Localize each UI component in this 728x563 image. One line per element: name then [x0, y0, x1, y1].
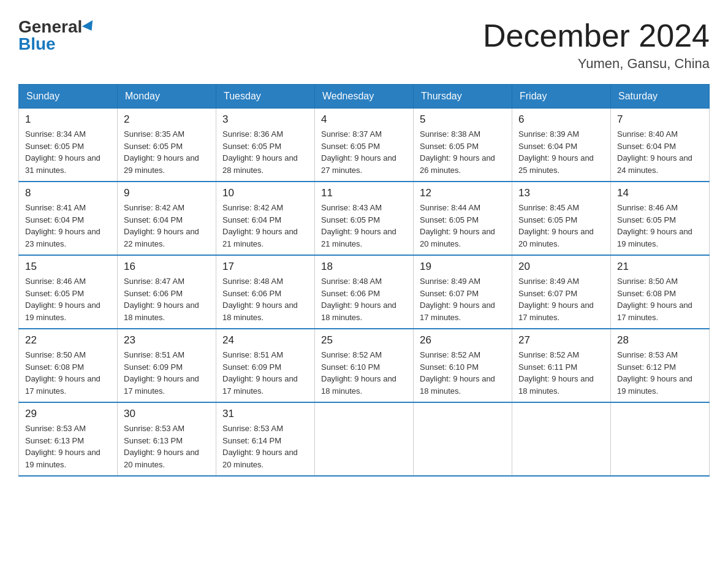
calendar-day-cell: 18 Sunrise: 8:48 AM Sunset: 6:06 PM Dayl…: [315, 255, 414, 329]
day-number: 29: [25, 408, 111, 420]
calendar-day-cell: 25 Sunrise: 8:52 AM Sunset: 6:10 PM Dayl…: [315, 329, 414, 402]
col-header-wednesday: Wednesday: [315, 85, 414, 109]
day-number: 31: [222, 408, 308, 420]
calendar-day-cell: 24 Sunrise: 8:51 AM Sunset: 6:09 PM Dayl…: [216, 329, 315, 402]
calendar-day-cell: 26 Sunrise: 8:52 AM Sunset: 6:10 PM Dayl…: [414, 329, 512, 402]
calendar-day-cell: 3 Sunrise: 8:36 AM Sunset: 6:05 PM Dayli…: [216, 109, 315, 182]
day-info: Sunrise: 8:41 AM Sunset: 6:04 PM Dayligh…: [25, 202, 111, 250]
month-title: December 2024: [483, 18, 710, 53]
day-number: 18: [321, 261, 407, 273]
day-number: 28: [617, 334, 703, 347]
day-info: Sunrise: 8:51 AM Sunset: 6:09 PM Dayligh…: [124, 349, 210, 397]
day-info: Sunrise: 8:53 AM Sunset: 6:12 PM Dayligh…: [617, 349, 703, 397]
day-info: Sunrise: 8:43 AM Sunset: 6:05 PM Dayligh…: [321, 202, 407, 250]
day-info: Sunrise: 8:49 AM Sunset: 6:07 PM Dayligh…: [518, 275, 604, 323]
calendar-week-row: 22 Sunrise: 8:50 AM Sunset: 6:08 PM Dayl…: [19, 329, 710, 402]
day-number: 17: [222, 261, 308, 273]
calendar-day-cell: 20 Sunrise: 8:49 AM Sunset: 6:07 PM Dayl…: [512, 255, 611, 329]
day-number: 2: [124, 113, 210, 126]
calendar-day-cell: 12 Sunrise: 8:44 AM Sunset: 6:05 PM Dayl…: [414, 182, 512, 255]
day-info: Sunrise: 8:53 AM Sunset: 6:13 PM Dayligh…: [25, 423, 111, 470]
logo-blue: Blue: [18, 36, 56, 53]
calendar-day-cell: 11 Sunrise: 8:43 AM Sunset: 6:05 PM Dayl…: [315, 182, 414, 255]
calendar-day-cell: 23 Sunrise: 8:51 AM Sunset: 6:09 PM Dayl…: [118, 329, 216, 402]
calendar-day-cell: 8 Sunrise: 8:41 AM Sunset: 6:04 PM Dayli…: [19, 182, 118, 255]
day-number: 3: [222, 113, 308, 126]
day-info: Sunrise: 8:39 AM Sunset: 6:04 PM Dayligh…: [518, 128, 604, 176]
day-number: 8: [25, 187, 111, 199]
day-info: Sunrise: 8:48 AM Sunset: 6:06 PM Dayligh…: [321, 275, 407, 323]
calendar-day-cell: 19 Sunrise: 8:49 AM Sunset: 6:07 PM Dayl…: [414, 255, 512, 329]
day-info: Sunrise: 8:44 AM Sunset: 6:05 PM Dayligh…: [420, 202, 506, 250]
day-number: 26: [420, 334, 506, 347]
calendar-day-cell: 6 Sunrise: 8:39 AM Sunset: 6:04 PM Dayli…: [512, 109, 611, 182]
calendar-day-cell: 9 Sunrise: 8:42 AM Sunset: 6:04 PM Dayli…: [118, 182, 216, 255]
day-number: 4: [321, 113, 407, 126]
col-header-saturday: Saturday: [611, 85, 710, 109]
day-info: Sunrise: 8:38 AM Sunset: 6:05 PM Dayligh…: [420, 128, 506, 176]
day-number: 15: [25, 261, 111, 273]
day-number: 6: [518, 113, 604, 126]
day-number: 7: [617, 113, 703, 126]
day-info: Sunrise: 8:50 AM Sunset: 6:08 PM Dayligh…: [617, 275, 703, 323]
calendar-day-cell: 31 Sunrise: 8:53 AM Sunset: 6:14 PM Dayl…: [216, 402, 315, 476]
col-header-sunday: Sunday: [19, 85, 118, 109]
day-number: 22: [25, 334, 111, 347]
day-number: 1: [25, 113, 111, 126]
day-info: Sunrise: 8:52 AM Sunset: 6:11 PM Dayligh…: [518, 349, 604, 397]
logo-triangle-icon: [82, 20, 97, 34]
calendar-day-cell: 17 Sunrise: 8:48 AM Sunset: 6:06 PM Dayl…: [216, 255, 315, 329]
day-number: 25: [321, 334, 407, 347]
col-header-thursday: Thursday: [414, 85, 512, 109]
day-number: 9: [124, 187, 210, 199]
day-number: 14: [617, 187, 703, 199]
calendar-day-cell: 4 Sunrise: 8:37 AM Sunset: 6:05 PM Dayli…: [315, 109, 414, 182]
calendar-week-row: 15 Sunrise: 8:46 AM Sunset: 6:05 PM Dayl…: [19, 255, 710, 329]
calendar-day-cell: 16 Sunrise: 8:47 AM Sunset: 6:06 PM Dayl…: [118, 255, 216, 329]
day-number: 27: [518, 334, 604, 347]
day-info: Sunrise: 8:51 AM Sunset: 6:09 PM Dayligh…: [222, 349, 308, 397]
day-number: 11: [321, 187, 407, 199]
day-number: 10: [222, 187, 308, 199]
col-header-monday: Monday: [118, 85, 216, 109]
day-info: Sunrise: 8:53 AM Sunset: 6:14 PM Dayligh…: [222, 423, 308, 470]
calendar-week-row: 29 Sunrise: 8:53 AM Sunset: 6:13 PM Dayl…: [19, 402, 710, 476]
day-number: 30: [124, 408, 210, 420]
location-title: Yumen, Gansu, China: [483, 56, 710, 72]
day-info: Sunrise: 8:37 AM Sunset: 6:05 PM Dayligh…: [321, 128, 407, 176]
logo: General Blue: [18, 18, 96, 53]
calendar-week-row: 8 Sunrise: 8:41 AM Sunset: 6:04 PM Dayli…: [19, 182, 710, 255]
day-number: 5: [420, 113, 506, 126]
day-info: Sunrise: 8:42 AM Sunset: 6:04 PM Dayligh…: [222, 202, 308, 250]
col-header-friday: Friday: [512, 85, 611, 109]
day-number: 13: [518, 187, 604, 199]
calendar-day-cell: 1 Sunrise: 8:34 AM Sunset: 6:05 PM Dayli…: [19, 109, 118, 182]
day-number: 21: [617, 261, 703, 273]
day-number: 12: [420, 187, 506, 199]
calendar-day-cell: 13 Sunrise: 8:45 AM Sunset: 6:05 PM Dayl…: [512, 182, 611, 255]
calendar-day-cell: 2 Sunrise: 8:35 AM Sunset: 6:05 PM Dayli…: [118, 109, 216, 182]
day-number: 19: [420, 261, 506, 273]
col-header-tuesday: Tuesday: [216, 85, 315, 109]
calendar-day-cell: 27 Sunrise: 8:52 AM Sunset: 6:11 PM Dayl…: [512, 329, 611, 402]
calendar-day-cell: 15 Sunrise: 8:46 AM Sunset: 6:05 PM Dayl…: [19, 255, 118, 329]
calendar-day-cell: 14 Sunrise: 8:46 AM Sunset: 6:05 PM Dayl…: [611, 182, 710, 255]
calendar-table: SundayMondayTuesdayWednesdayThursdayFrid…: [18, 84, 710, 477]
day-info: Sunrise: 8:49 AM Sunset: 6:07 PM Dayligh…: [420, 275, 506, 323]
day-info: Sunrise: 8:52 AM Sunset: 6:10 PM Dayligh…: [420, 349, 506, 397]
day-info: Sunrise: 8:46 AM Sunset: 6:05 PM Dayligh…: [617, 202, 703, 250]
calendar-day-cell: 10 Sunrise: 8:42 AM Sunset: 6:04 PM Dayl…: [216, 182, 315, 255]
day-info: Sunrise: 8:46 AM Sunset: 6:05 PM Dayligh…: [25, 275, 111, 323]
calendar-header-row: SundayMondayTuesdayWednesdayThursdayFrid…: [19, 85, 710, 109]
day-info: Sunrise: 8:45 AM Sunset: 6:05 PM Dayligh…: [518, 202, 604, 250]
day-number: 23: [124, 334, 210, 347]
day-number: 20: [518, 261, 604, 273]
empty-cell: [611, 402, 710, 476]
calendar-day-cell: 21 Sunrise: 8:50 AM Sunset: 6:08 PM Dayl…: [611, 255, 710, 329]
empty-cell: [512, 402, 611, 476]
calendar-day-cell: 30 Sunrise: 8:53 AM Sunset: 6:13 PM Dayl…: [118, 402, 216, 476]
day-info: Sunrise: 8:36 AM Sunset: 6:05 PM Dayligh…: [222, 128, 308, 176]
calendar-day-cell: 28 Sunrise: 8:53 AM Sunset: 6:12 PM Dayl…: [611, 329, 710, 402]
calendar-day-cell: 22 Sunrise: 8:50 AM Sunset: 6:08 PM Dayl…: [19, 329, 118, 402]
day-number: 16: [124, 261, 210, 273]
